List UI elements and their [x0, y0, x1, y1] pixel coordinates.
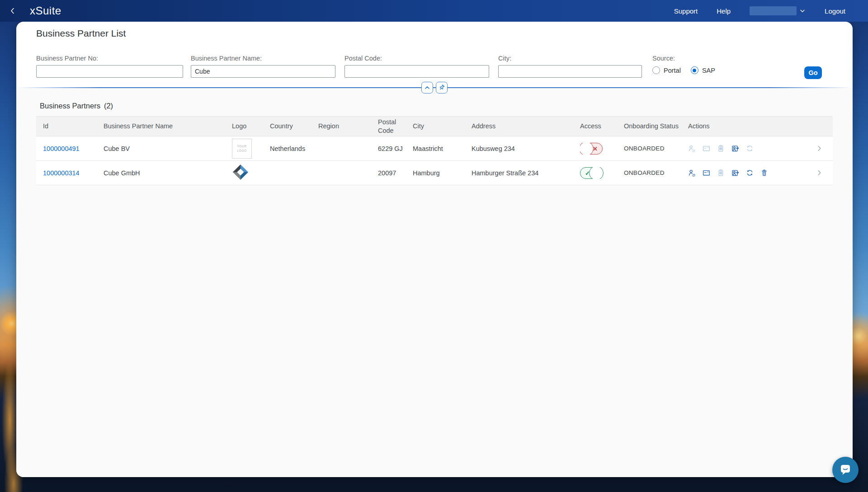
bp-city: Maastricht [413, 145, 472, 152]
access-toggle-on[interactable]: ✓ [580, 167, 603, 179]
chevron-up-icon [424, 84, 431, 91]
pin-icon [438, 84, 445, 91]
logo-placeholder: YOUR LOGO [232, 139, 252, 159]
table-row[interactable]: 1000000314 Cube GmbH 20097 Hamburg Hambu… [36, 161, 833, 185]
table-header-row: Id Business Partner Name Logo Country Re… [36, 116, 833, 136]
clipboard-target-icon[interactable] [717, 145, 725, 152]
col-actions: Actions [688, 122, 816, 130]
filter-postal-code: Postal Code: [344, 55, 489, 78]
logout-link[interactable]: Logout [825, 7, 845, 15]
chat-bubble-icon [839, 463, 852, 477]
radio-portal-dot [652, 66, 660, 74]
col-logo: Logo [232, 122, 270, 130]
user-email-icon[interactable]: @ [688, 169, 696, 177]
sync-icon[interactable] [746, 169, 754, 177]
city-input[interactable] [498, 65, 642, 78]
chevron-down-icon [799, 8, 806, 14]
pin-header-button[interactable] [436, 82, 448, 94]
table-title: Business Partners [40, 102, 100, 110]
bp-postal: 20097 [378, 169, 413, 177]
bp-no-label: Business Partner No: [36, 55, 183, 62]
bp-address: Hamburger Straße 234 [472, 169, 580, 177]
logo-placeholder-line1: YOUR [237, 144, 246, 149]
bp-name-input[interactable] [191, 65, 335, 78]
col-address: Address [472, 122, 580, 130]
radio-sap-dot [691, 66, 698, 74]
col-region: Region [318, 122, 378, 130]
table-row[interactable]: 1000000491 Cube BV YOUR LOGO Netherlands… [36, 136, 833, 161]
bp-no-input[interactable] [36, 65, 183, 78]
chevron-left-icon [9, 7, 16, 14]
page-title: Business Partner List [36, 28, 126, 39]
bp-id-link[interactable]: 1000000491 [43, 145, 80, 152]
onboarding-status: ONBOARDED [624, 145, 688, 152]
chevron-right-icon [816, 145, 823, 152]
chevron-right-icon [816, 169, 823, 176]
col-status: Onboarding Status [624, 122, 688, 130]
row-navigate-chevron[interactable] [816, 145, 833, 152]
user-menu[interactable] [750, 6, 806, 15]
bp-country: Netherlands [270, 145, 318, 152]
help-link[interactable]: Help [717, 7, 731, 15]
source-radio-group: Portal SAP [652, 66, 715, 74]
user-transfer-icon[interactable] [731, 145, 739, 152]
bp-address: Kubusweg 234 [472, 145, 580, 152]
toggle-knob [580, 143, 594, 155]
filter-city: City: [498, 55, 642, 78]
access-toggle-off[interactable]: ✕ [580, 143, 603, 155]
collapse-header-button[interactable] [421, 82, 433, 94]
delete-icon[interactable] [760, 169, 768, 177]
actions-cell: @ [688, 169, 816, 177]
table-section: Business Partners (2) Id Business Partne… [16, 88, 853, 477]
filter-bp-no: Business Partner No: [36, 55, 183, 78]
user-email-icon[interactable]: @ [688, 145, 696, 152]
postal-code-label: Postal Code: [344, 55, 489, 62]
screen: xSuite Support Help Logout Business Part… [0, 0, 868, 492]
col-access: Access [580, 122, 624, 130]
bp-city: Hamburg [413, 169, 472, 177]
app-logo: xSuite [30, 5, 61, 17]
col-postal: Postal Code [378, 118, 413, 134]
support-link[interactable]: Support [674, 7, 698, 15]
top-nav: Support Help Logout [674, 6, 868, 15]
col-id: Id [36, 122, 104, 130]
filter-bp-name: Business Partner Name: [191, 55, 335, 78]
radio-sap[interactable]: SAP [691, 66, 715, 74]
radio-portal-label: Portal [664, 67, 681, 74]
top-bar: xSuite Support Help Logout [0, 0, 868, 22]
radio-sap-label: SAP [702, 67, 715, 74]
source-label: Source: [652, 55, 715, 62]
actions-cell: @ [688, 145, 816, 152]
header-toolbar-buttons [421, 82, 448, 94]
bp-postal: 6229 GJ [378, 145, 413, 152]
svg-text:@: @ [692, 173, 696, 177]
user-name-redacted [750, 6, 797, 15]
cube-logo [232, 164, 249, 181]
bp-name: Cube GmbH [104, 169, 232, 177]
col-name: Business Partner Name [104, 122, 232, 130]
onboarding-status: ONBOARDED [624, 169, 688, 176]
sync-icon[interactable] [746, 145, 754, 152]
svg-text:@: @ [692, 149, 696, 152]
chat-widget-button[interactable] [832, 457, 859, 483]
city-label: City: [498, 55, 642, 62]
card-icon[interactable] [703, 169, 710, 177]
radio-portal[interactable]: Portal [652, 66, 681, 74]
logo-placeholder-line2: LOGO [237, 149, 246, 153]
bp-id-link[interactable]: 1000000314 [43, 169, 80, 177]
user-transfer-icon[interactable] [731, 169, 739, 177]
table-count: (2) [104, 102, 113, 110]
page-card: Business Partner List Business Partner N… [16, 22, 853, 477]
bp-name-label: Business Partner Name: [191, 55, 335, 62]
card-icon[interactable] [703, 145, 710, 152]
bp-name: Cube BV [104, 145, 232, 152]
filter-source: Source: Portal SAP [652, 55, 715, 74]
col-city: City [413, 122, 472, 130]
toggle-knob [589, 167, 604, 179]
row-navigate-chevron[interactable] [816, 169, 833, 176]
back-button[interactable] [4, 0, 22, 22]
col-country: Country [270, 122, 318, 130]
postal-code-input[interactable] [344, 65, 489, 78]
clipboard-target-icon[interactable] [717, 169, 725, 177]
go-button[interactable]: Go [804, 66, 822, 79]
